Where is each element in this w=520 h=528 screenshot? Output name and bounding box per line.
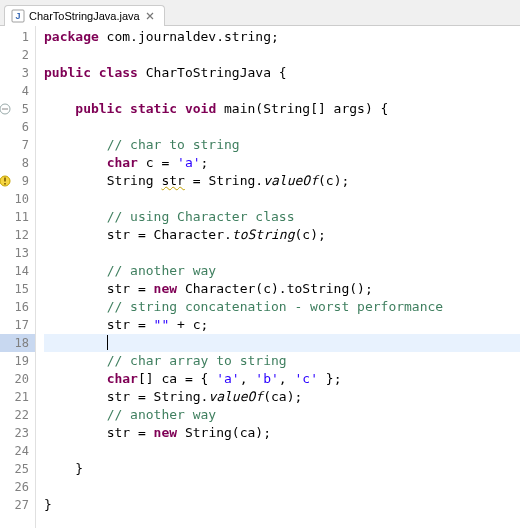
line-number: 15 <box>0 280 35 298</box>
tab-bar: J CharToStringJava.java <box>0 0 520 26</box>
code-line: } <box>44 496 520 514</box>
line-number: 14 <box>0 262 35 280</box>
code-line: str = new String(ca); <box>44 424 520 442</box>
code-line: public class CharToStringJava { <box>44 64 520 82</box>
code-line <box>44 190 520 208</box>
line-number: 2 <box>0 46 35 64</box>
line-number: 5 <box>0 100 35 118</box>
code-line <box>44 244 520 262</box>
line-number: 25 <box>0 460 35 478</box>
code-line: char[] ca = { 'a', 'b', 'c' }; <box>44 370 520 388</box>
line-number: 24 <box>0 442 35 460</box>
line-number: 18 <box>0 334 35 352</box>
line-number: 13 <box>0 244 35 262</box>
line-number: 9 <box>0 172 35 190</box>
code-line <box>44 478 520 496</box>
line-number: 26 <box>0 478 35 496</box>
line-number: 17 <box>0 316 35 334</box>
code-line: str = "" + c; <box>44 316 520 334</box>
line-number: 4 <box>0 82 35 100</box>
code-line <box>44 118 520 136</box>
svg-rect-5 <box>4 183 6 185</box>
code-line-current <box>44 334 520 352</box>
code-line: // string concatenation - worst performa… <box>44 298 520 316</box>
line-number: 6 <box>0 118 35 136</box>
code-line <box>44 82 520 100</box>
code-line: // another way <box>44 262 520 280</box>
line-number: 11 <box>0 208 35 226</box>
code-line: // char array to string <box>44 352 520 370</box>
line-number: 3 <box>0 64 35 82</box>
tab-label: CharToStringJava.java <box>29 10 140 22</box>
code-line: package com.journaldev.string; <box>44 28 520 46</box>
code-area: 1234567891011121314151617181920212223242… <box>0 26 520 528</box>
svg-text:J: J <box>15 11 20 21</box>
line-number: 7 <box>0 136 35 154</box>
code-line: // using Character class <box>44 208 520 226</box>
line-number: 12 <box>0 226 35 244</box>
code-line: str = Character.toString(c); <box>44 226 520 244</box>
code-line: char c = 'a'; <box>44 154 520 172</box>
editor-pane: J CharToStringJava.java 1234567891011121… <box>0 0 520 528</box>
code-line <box>44 442 520 460</box>
svg-rect-4 <box>4 178 6 182</box>
line-number: 8 <box>0 154 35 172</box>
java-file-icon: J <box>11 9 25 23</box>
line-number: 16 <box>0 298 35 316</box>
line-number: 21 <box>0 388 35 406</box>
line-number: 10 <box>0 190 35 208</box>
line-gutter: 1234567891011121314151617181920212223242… <box>0 26 36 528</box>
line-number: 23 <box>0 424 35 442</box>
line-number: 1 <box>0 28 35 46</box>
code-line: // char to string <box>44 136 520 154</box>
line-number: 22 <box>0 406 35 424</box>
text-cursor <box>107 335 108 350</box>
code-line: String str = String.valueOf(c); <box>44 172 520 190</box>
close-icon[interactable] <box>144 10 156 22</box>
code-line: } <box>44 460 520 478</box>
code-line: str = String.valueOf(ca); <box>44 388 520 406</box>
code-line <box>44 46 520 64</box>
line-number: 27 <box>0 496 35 514</box>
editor-tab[interactable]: J CharToStringJava.java <box>4 5 165 26</box>
line-number: 19 <box>0 352 35 370</box>
code-line: public static void main(String[] args) { <box>44 100 520 118</box>
code-line: // another way <box>44 406 520 424</box>
code-body[interactable]: package com.journaldev.string; public cl… <box>36 26 520 528</box>
line-number: 20 <box>0 370 35 388</box>
code-line: str = new Character(c).toString(); <box>44 280 520 298</box>
warning-icon[interactable] <box>0 174 12 188</box>
fold-icon[interactable] <box>0 102 12 116</box>
